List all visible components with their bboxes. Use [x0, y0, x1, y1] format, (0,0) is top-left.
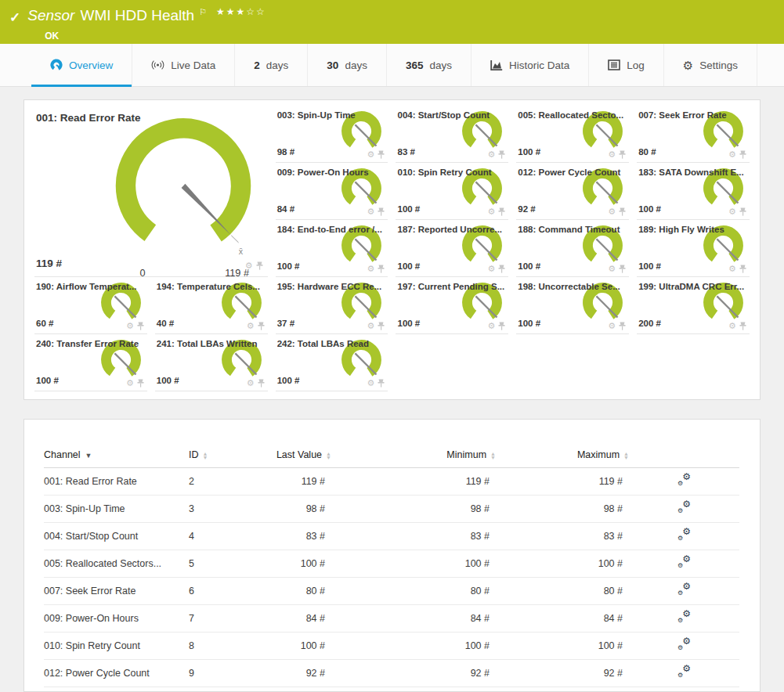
table-row[interactable]: 001: Read Error Rate 2 119 # 119 # 119 #… — [44, 468, 739, 496]
gauge-value: 92 # — [518, 204, 535, 214]
gauge-settings-icon[interactable]: ⚙ — [247, 322, 255, 330]
pin-icon[interactable] — [498, 150, 505, 159]
column-header-id[interactable]: ID▲▼ — [189, 443, 265, 468]
gauge-tile-actions: ⚙ — [728, 322, 746, 330]
table-row[interactable]: 183: SATA Downshift Err... 10 100 # 100 … — [44, 687, 739, 692]
gauge-tile-actions: ⚙ — [608, 207, 626, 216]
table-row[interactable]: 004: Start/Stop Count 4 83 # 83 # 83 # ⚙… — [44, 523, 739, 550]
gauge-tile: 187: Reported Uncorre... 100 # ⚙ — [396, 220, 508, 277]
pin-icon[interactable] — [378, 265, 385, 273]
cell-maximum: 100 # — [496, 550, 629, 578]
table-row[interactable]: 007: Seek Error Rate 6 80 # 80 # 80 # ⚙⚙ — [44, 578, 739, 605]
cell-maximum: 100 # — [496, 687, 629, 692]
gauge-settings-icon[interactable]: ⚙ — [126, 322, 134, 330]
edit-channel-gears-icon[interactable]: ⚙⚙ — [677, 666, 691, 678]
pin-icon[interactable] — [378, 322, 385, 330]
tab-365-days[interactable]: 365days — [387, 44, 471, 86]
status-badge: OK — [45, 31, 266, 41]
gauge-tile-actions: ⚙ — [487, 265, 505, 273]
gauge-settings-icon[interactable]: ⚙ — [487, 265, 495, 273]
gauge-settings-icon[interactable]: ⚙ — [728, 150, 736, 159]
column-label: Maximum — [577, 449, 620, 460]
edit-channel-gears-icon[interactable]: ⚙⚙ — [677, 639, 691, 651]
table-row[interactable]: 005: Reallocated Sectors... 5 100 # 100 … — [44, 550, 739, 578]
tab-label: days — [429, 59, 452, 71]
pin-icon[interactable] — [378, 150, 385, 159]
edit-channel-gears-icon[interactable]: ⚙⚙ — [677, 557, 691, 568]
gauge-settings-icon[interactable]: ⚙ — [487, 322, 495, 330]
cell-channel: 009: Power-On Hours — [44, 605, 189, 633]
pin-icon[interactable] — [378, 207, 385, 216]
table-row[interactable]: 009: Power-On Hours 7 84 # 84 # 84 # ⚙⚙ — [44, 605, 739, 633]
gauge-settings-icon[interactable]: ⚙ — [608, 265, 616, 273]
table-row[interactable]: 003: Spin-Up Time 3 98 # 98 # 98 # ⚙⚙ — [44, 496, 739, 523]
sort-both-icon: ▲▼ — [490, 452, 496, 460]
table-row[interactable]: 012: Power Cycle Count 9 92 # 92 # 92 # … — [44, 660, 739, 687]
gauge-settings-icon[interactable]: ⚙ — [487, 150, 495, 159]
edit-channel-gears-icon[interactable]: ⚙⚙ — [677, 611, 691, 623]
gauge-settings-icon[interactable]: ⚙ — [126, 379, 134, 387]
cell-maximum: 119 # — [496, 468, 629, 496]
gauge-settings-icon[interactable]: ⚙ — [728, 265, 736, 273]
gauge-settings-icon[interactable]: ⚙ — [367, 150, 375, 159]
edit-channel-gears-icon[interactable]: ⚙⚙ — [677, 474, 691, 486]
gauge-value: 100 # — [157, 376, 179, 385]
gauge-tile-actions: ⚙ — [487, 207, 505, 216]
cell-channel: 007: Seek Error Rate — [44, 578, 189, 605]
pin-icon[interactable] — [256, 261, 263, 270]
tab-log[interactable]: Log — [589, 44, 664, 86]
gauge-settings-icon[interactable]: ⚙ — [728, 207, 736, 216]
pin-icon[interactable] — [739, 265, 746, 273]
priority-stars[interactable]: ★★★☆☆ — [216, 6, 266, 17]
pin-icon[interactable] — [619, 207, 626, 216]
gauge-settings-icon[interactable]: ⚙ — [367, 265, 375, 273]
pin-icon[interactable] — [619, 150, 626, 159]
column-header-channel[interactable]: Channel▼ — [44, 443, 189, 468]
pin-icon[interactable] — [258, 379, 265, 387]
pin-icon[interactable] — [739, 207, 746, 216]
gauge-settings-icon[interactable]: ⚙ — [245, 261, 253, 270]
pin-icon[interactable] — [498, 265, 505, 273]
pin-icon[interactable] — [739, 150, 746, 159]
tab-overview[interactable]: Overview — [31, 44, 132, 86]
gauge-tile: 190: Airflow Temperat... 60 # ⚙ — [34, 277, 147, 334]
gauge-settings-icon[interactable]: ⚙ — [608, 150, 616, 159]
edit-channel-gears-icon[interactable]: ⚙⚙ — [677, 502, 691, 514]
column-header-last-value[interactable]: Last Value▲▼ — [265, 443, 331, 468]
gauge-value: 60 # — [36, 319, 53, 328]
cell-minimum: 98 # — [331, 496, 496, 523]
gauge-title: 010: Spin Retry Count — [397, 168, 507, 177]
gauge-settings-icon[interactable]: ⚙ — [367, 207, 375, 216]
pin-icon[interactable] — [498, 322, 505, 330]
pin-icon[interactable] — [258, 322, 265, 330]
gauge-settings-icon[interactable]: ⚙ — [728, 322, 736, 330]
gauge-tile-actions: ⚙ — [247, 322, 265, 330]
pin-icon[interactable] — [739, 322, 746, 330]
gauge-title: 189: High Fly Writes — [638, 225, 748, 234]
column-header-maximum[interactable]: Maximum▲▼ — [496, 443, 629, 468]
flag-icon[interactable]: ⚐ — [199, 7, 207, 16]
table-row[interactable]: 010: Spin Retry Count 8 100 # 100 # 100 … — [44, 633, 739, 660]
tab-2-days[interactable]: 2days — [235, 44, 308, 86]
pin-icon[interactable] — [619, 265, 626, 273]
gauge-settings-icon[interactable]: ⚙ — [367, 379, 375, 387]
tab-settings[interactable]: ⚙Settings — [664, 44, 757, 86]
gauge-settings-icon[interactable]: ⚙ — [608, 322, 616, 330]
pin-icon[interactable] — [378, 379, 385, 387]
gauge-settings-icon[interactable]: ⚙ — [608, 207, 616, 216]
edit-channel-gears-icon[interactable]: ⚙⚙ — [677, 584, 691, 596]
gauge-settings-icon[interactable]: ⚙ — [247, 379, 255, 387]
pin-icon[interactable] — [498, 207, 505, 216]
gauge-value: 100 # — [638, 204, 661, 214]
edit-channel-gears-icon[interactable]: ⚙⚙ — [677, 529, 691, 541]
pin-icon[interactable] — [137, 379, 144, 387]
gauge-settings-icon[interactable]: ⚙ — [487, 207, 495, 216]
pin-icon[interactable] — [137, 322, 144, 330]
tab-historic-data[interactable]: Historic Data — [471, 44, 589, 86]
gauge-settings-icon[interactable]: ⚙ — [367, 322, 375, 330]
column-header-minimum[interactable]: Minimum▲▼ — [331, 443, 496, 468]
tab-30-days[interactable]: 30days — [308, 44, 387, 86]
gauge-title: 190: Airflow Temperat... — [36, 282, 146, 291]
pin-icon[interactable] — [619, 322, 626, 330]
tab-live-data[interactable]: Live Data — [132, 44, 235, 86]
